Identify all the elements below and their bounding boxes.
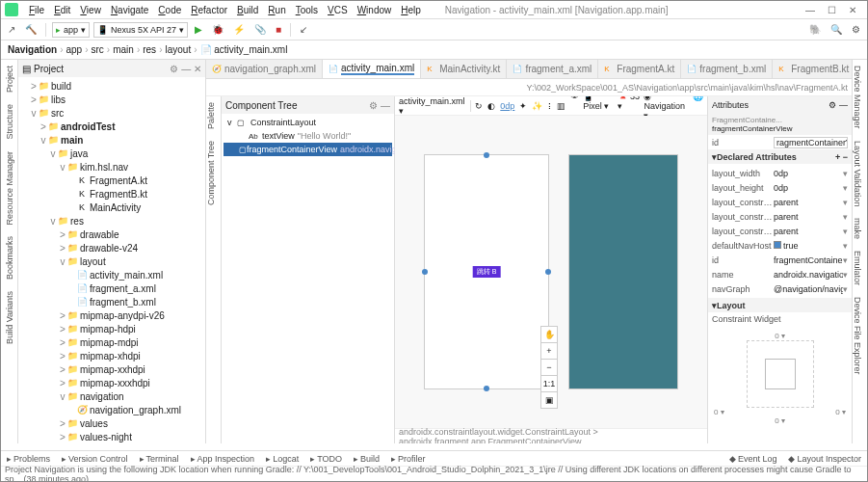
attr-row[interactable]: layout_constrai...parent▾ (712, 195, 848, 209)
menu-tools[interactable]: Tools (291, 5, 323, 15)
close-icon[interactable]: ✕ (842, 5, 863, 15)
menu-build[interactable]: Build (232, 5, 263, 15)
daynight-icon[interactable]: ◐ (487, 101, 495, 111)
leftrail-structure[interactable]: Structure (5, 98, 14, 146)
editor-tab[interactable]: 📄fragment_a.xml (507, 60, 598, 78)
expand-icon[interactable]: > (59, 378, 66, 388)
tool-profiler[interactable]: ▸Profiler (385, 451, 432, 466)
attr-row[interactable]: layout_constrai...parent▾ (712, 209, 848, 224)
editor-tab[interactable]: KFragmentB.kt (773, 60, 852, 78)
settings-icon[interactable]: ⚙ (849, 24, 863, 35)
expand-icon[interactable]: > (59, 324, 66, 335)
tree-node[interactable]: >📁libs (20, 93, 203, 106)
debug-icon[interactable]: 🐞 (209, 24, 226, 35)
tree-node[interactable]: >📁mipmap-xxhdpi (20, 362, 203, 376)
tree-node[interactable]: >📁mipmap-mdpi (20, 335, 203, 349)
zoom-fit-icon[interactable]: 1:1 (540, 375, 558, 392)
zoom-in-icon[interactable]: + (540, 342, 558, 360)
menu-vcs[interactable]: VCS (323, 5, 353, 15)
expand-icon[interactable]: v (59, 391, 66, 402)
editor-tab[interactable]: KMainActivity.kt (421, 60, 507, 78)
expand-icon[interactable]: > (59, 243, 66, 254)
guidelines-icon[interactable]: ⫶ (547, 101, 552, 111)
expand-icon[interactable]: v (39, 135, 47, 146)
search-icon[interactable]: 🔍 (828, 24, 845, 35)
attr-row[interactable]: idfragmentContainerView▾ (712, 253, 848, 267)
crumb-3[interactable]: main (110, 44, 137, 55)
expand-icon[interactable]: > (59, 418, 66, 429)
tree-node[interactable]: KFragmentA.kt (20, 174, 203, 187)
expand-icon[interactable]: v (49, 148, 57, 159)
minimize-icon[interactable]: — (800, 5, 821, 15)
crumb-2[interactable]: src (89, 44, 107, 55)
run-icon[interactable]: ▶ (192, 24, 205, 35)
hammer-icon[interactable]: 🔨 (22, 24, 39, 35)
rightrail-device-file-explorer[interactable]: Device File Explorer (853, 291, 862, 381)
zoom-out-icon[interactable]: − (540, 359, 558, 376)
rightrail-device-manager[interactable]: Device Manager (853, 60, 862, 135)
tree-node[interactable]: v📁main (20, 133, 203, 147)
align-icon[interactable]: ▥ (557, 101, 566, 111)
attr-row[interactable]: layout_height0dp▾ (712, 180, 848, 195)
elephant-icon[interactable]: 🐘 (806, 24, 824, 35)
tool-layout-inspector[interactable]: ◆Layout Inspector (782, 451, 867, 466)
leftrail-project[interactable]: Project (5, 60, 14, 98)
orientation-icon[interactable]: ↻ (475, 101, 483, 111)
add-attr-icon[interactable]: + − (835, 152, 848, 162)
tree-node[interactable]: >📁drawable-v24 (20, 241, 203, 254)
constraint-widget[interactable]: 0 ▾ 0 ▾0 ▾ 0 ▾ (708, 326, 852, 431)
tool-terminal[interactable]: ▸Terminal (134, 451, 185, 466)
menu-file[interactable]: File (24, 5, 49, 15)
rightrail-layout-validation[interactable]: Layout Validation (853, 135, 862, 212)
attributes-header[interactable]: Attributes⚙ — (708, 96, 852, 114)
tool-event-log[interactable]: ◆Event Log (723, 451, 783, 466)
expand-icon[interactable]: > (59, 229, 66, 240)
leftrail-resource-manager[interactable]: Resource Manager (5, 146, 14, 231)
rightrail-emulator[interactable]: Emulator (853, 245, 862, 291)
editor-tab[interactable]: 📄activity_main.xml (323, 60, 421, 78)
tree-node[interactable]: 📄fragment_a.xml (20, 281, 203, 295)
zoom-frame-icon[interactable]: ▣ (540, 391, 558, 409)
tree-node[interactable]: >📁drawable (20, 228, 203, 241)
crumb-0[interactable]: Navigation (5, 44, 60, 55)
crumb-1[interactable]: app (63, 44, 85, 55)
margin-link[interactable]: 0dp (500, 101, 514, 111)
tree-node[interactable]: 🧭navigation_graph.xml (20, 403, 203, 416)
expand-icon[interactable]: > (59, 337, 66, 348)
expand-icon[interactable]: v (30, 108, 38, 119)
paletterail-palette[interactable]: Palette (206, 96, 216, 135)
tool-app-inspection[interactable]: ▸App Inspection (185, 451, 261, 466)
expand-icon[interactable]: v (49, 216, 57, 227)
tree-node[interactable]: 📄activity_main.xml (20, 268, 203, 281)
stop-icon[interactable]: ■ (273, 24, 284, 35)
leftrail-build-variants[interactable]: Build Variants (5, 285, 14, 350)
tree-node[interactable]: >📁mipmap-xhdpi (20, 349, 203, 362)
expand-icon[interactable]: > (30, 81, 38, 92)
tools-icon[interactable]: ✦ (519, 101, 527, 111)
tree-node[interactable]: >📁mipmap-xxxhdpi (20, 376, 203, 389)
run-config-dropdown[interactable]: ▸app▾ (52, 22, 90, 38)
tree-node[interactable]: v📁res (20, 214, 203, 228)
rightrail-make[interactable]: make (853, 212, 862, 245)
paletterail-component-tree[interactable]: Component Tree (206, 135, 216, 211)
tree-node[interactable]: >📁androidTest (20, 120, 203, 133)
tree-node[interactable]: v📁kim.hsl.nav (20, 160, 203, 174)
expand-icon[interactable]: > (39, 121, 47, 132)
expand-icon[interactable]: v (59, 256, 66, 267)
tree-node[interactable]: >📁mipmap-hdpi (20, 322, 203, 335)
tool-version-control[interactable]: ▸Version Control (56, 451, 134, 466)
tool-logcat[interactable]: ▸Logcat (260, 451, 304, 466)
menu-code[interactable]: Code (153, 5, 186, 15)
tree-node[interactable]: KFragmentB.kt (20, 187, 203, 201)
component-tree-item[interactable]: v▢ConstraintLayout (224, 116, 392, 129)
menu-window[interactable]: Window (353, 5, 397, 15)
menu-run[interactable]: Run (263, 5, 290, 15)
project-tree[interactable]: >📁build>📁libsv📁src>📁androidTestv📁mainv📁j… (18, 77, 205, 443)
attr-row[interactable]: defaultNavHosttrue▾ (712, 238, 848, 253)
tree-node[interactable]: 📄fragment_b.xml (20, 295, 203, 308)
menu-edit[interactable]: Edit (49, 5, 75, 15)
crumb-4[interactable]: res (140, 44, 159, 55)
tree-node[interactable]: KMainActivity (20, 201, 203, 214)
tool-todo[interactable]: ▸TODO (304, 451, 348, 466)
project-panel-header[interactable]: ▤Project⚙ — ✕ (18, 60, 205, 77)
